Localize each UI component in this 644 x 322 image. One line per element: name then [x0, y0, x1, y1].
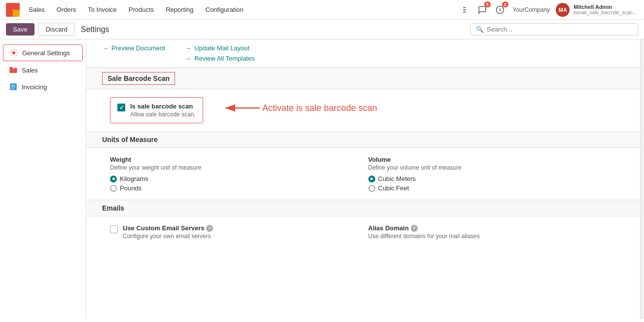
user-sub: kanak_sale_barcode_scan-...: [573, 10, 638, 15]
alias-domain-help-icon[interactable]: ?: [411, 225, 418, 232]
general-settings-icon: [9, 48, 18, 57]
sidebar-item-invoicing[interactable]: Invoicing: [3, 79, 83, 95]
custom-email-row: Use Custom Email Servers ? Configure you…: [110, 224, 358, 240]
svg-rect-7: [10, 67, 13, 73]
volume-desc: Define your volume unit of measure: [368, 164, 617, 171]
top-links: → Preview Document → Update Mail Layout …: [86, 39, 640, 68]
svg-rect-9: [14, 68, 17, 73]
cubic-feet-radio[interactable]: Cubic Feet: [368, 184, 617, 192]
sidebar-item-sales[interactable]: Sales: [3, 62, 83, 78]
barcode-scan-title: Sale Barcode Scan: [107, 74, 170, 82]
kilograms-radio-filled: [110, 176, 117, 182]
kilograms-label: Kilograms: [120, 175, 148, 182]
volume-label: Volume: [368, 156, 617, 163]
page-title: Settings: [81, 25, 109, 34]
nav-configuration[interactable]: Configuration: [201, 4, 249, 15]
sidebar-item-general-settings[interactable]: General Settings: [3, 44, 83, 61]
review-all-templates-link[interactable]: → Review All Templates: [185, 55, 255, 62]
sidebar-label-invoicing: Invoicing: [22, 83, 47, 91]
nav-products[interactable]: Products: [124, 4, 159, 15]
nav-reporting[interactable]: Reporting: [161, 4, 198, 15]
user-info: Mitchell Admin kanak_sale_barcode_scan-.…: [573, 4, 638, 15]
weight-radio-group: Kilograms Pounds: [110, 175, 358, 192]
weight-label: Weight: [110, 156, 358, 163]
app-logo[interactable]: [6, 3, 20, 17]
scrollbar[interactable]: [640, 39, 644, 319]
svg-rect-4: [13, 10, 20, 17]
barcode-scan-row: Is sale barcode scan Allow sale barcode …: [110, 97, 203, 123]
alias-domain-label-group: Alias Domain ? Use different domains for…: [368, 224, 480, 240]
svg-point-6: [12, 51, 15, 54]
sales-icon: [9, 66, 18, 74]
barcode-scan-section-header: Sale Barcode Scan: [86, 68, 640, 89]
debug-icon[interactable]: [458, 3, 471, 17]
main-nav: Sales Orders To Invoice Products Reporti…: [24, 4, 458, 15]
toolbar: Save Discard Settings 🔍: [0, 20, 644, 39]
volume-group: Volume Define your volume unit of measur…: [368, 156, 617, 192]
barcode-checkbox-area: Is sale barcode scan Allow sale barcode …: [117, 103, 196, 118]
annotation-arrow: [223, 100, 262, 116]
arrow-icon: →: [102, 44, 108, 52]
content-area: → Preview Document → Update Mail Layout …: [86, 39, 640, 319]
nav-sales[interactable]: Sales: [24, 4, 50, 15]
cubic-feet-radio-empty: [368, 185, 375, 192]
units-content: Weight Define your weight unit of measur…: [86, 148, 640, 200]
discard-button[interactable]: Discard: [38, 23, 75, 36]
svg-rect-3: [6, 10, 13, 17]
custom-email-help-icon[interactable]: ?: [206, 225, 213, 232]
update-mail-layout-link[interactable]: → Update Mail Layout: [185, 44, 255, 52]
kilograms-radio[interactable]: Kilograms: [110, 175, 358, 182]
activity-icon[interactable]: 2: [493, 3, 507, 17]
pounds-label: Pounds: [120, 184, 142, 192]
custom-email-label-group: Use Custom Email Servers ? Configure you…: [123, 224, 213, 240]
volume-radio-group: Cubic Meters Cubic Feet: [368, 175, 617, 192]
nav-to-invoice[interactable]: To Invoice: [83, 4, 122, 15]
pounds-radio[interactable]: Pounds: [110, 184, 358, 192]
units-section-header: Units of Measure: [86, 131, 640, 148]
sidebar: General Settings Sales Invoicing: [0, 39, 86, 319]
barcode-checkbox-label: Is sale barcode scan: [130, 103, 196, 110]
emails-section-header: Emails: [86, 200, 640, 216]
alias-domain-row: Alias Domain ? Use different domains for…: [368, 224, 617, 240]
cubic-meters-radio-filled: [368, 176, 375, 182]
weight-group: Weight Define your weight unit of measur…: [110, 156, 358, 192]
emails-content: Use Custom Email Servers ? Configure you…: [86, 216, 640, 248]
cubic-feet-label: Cubic Feet: [378, 184, 409, 192]
barcode-scan-title-box: Sale Barcode Scan: [102, 72, 175, 85]
custom-email-label: Use Custom Email Servers ?: [123, 224, 213, 232]
search-icon: 🔍: [476, 26, 484, 33]
sidebar-label-sales: Sales: [22, 67, 38, 74]
chat-icon[interactable]: 9: [475, 3, 489, 17]
main-layout: General Settings Sales Invoicing →: [0, 39, 644, 319]
svg-rect-1: [6, 3, 13, 10]
search-input[interactable]: [487, 26, 633, 33]
svg-rect-2: [13, 3, 20, 10]
units-title: Units of Measure: [102, 136, 158, 143]
pounds-radio-empty: [110, 185, 117, 192]
svg-rect-8: [13, 69, 15, 73]
alias-domain-desc: Use different domains for your mail alia…: [368, 233, 480, 240]
search-box: 🔍: [470, 23, 638, 36]
weight-desc: Define your weight unit of measure: [110, 164, 358, 171]
company-name[interactable]: YourCompany: [513, 6, 550, 13]
invoicing-icon: [9, 82, 18, 91]
avatar[interactable]: MA: [556, 3, 570, 17]
annotation-text: Activate is sale barcode scan: [262, 103, 377, 113]
user-name: Mitchell Admin: [573, 4, 638, 10]
nav-orders[interactable]: Orders: [52, 4, 81, 15]
alias-domain-label: Alias Domain ?: [368, 224, 480, 232]
sidebar-label-general: General Settings: [22, 49, 70, 57]
preview-document-link[interactable]: → Preview Document: [102, 44, 165, 52]
barcode-label-group: Is sale barcode scan Allow sale barcode …: [130, 103, 196, 118]
cubic-meters-radio[interactable]: Cubic Meters: [368, 175, 617, 182]
nav-right: 9 2 YourCompany MA Mitchell Admin kanak_…: [458, 3, 638, 17]
barcode-checkbox-desc: Allow sale barcode scan.: [130, 111, 196, 118]
custom-email-checkbox[interactable]: [110, 225, 118, 233]
chat-badge: 9: [484, 1, 491, 7]
cubic-meters-label: Cubic Meters: [378, 175, 416, 182]
barcode-checkbox[interactable]: [117, 104, 125, 111]
custom-email-desc: Configure your own email servers: [123, 233, 213, 240]
arrow-icon-2: →: [185, 44, 191, 52]
save-button[interactable]: Save: [6, 23, 35, 36]
top-nav: Sales Orders To Invoice Products Reporti…: [0, 0, 644, 20]
